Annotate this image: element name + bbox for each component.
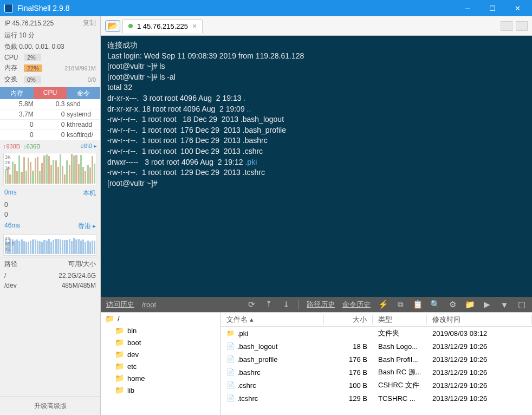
tree-node[interactable]: 📁boot	[101, 336, 220, 348]
current-path[interactable]: /root	[142, 301, 156, 309]
latency2-loc[interactable]: 香港 ▸	[78, 222, 96, 231]
process-tabs: 内存 CPU 命令	[0, 87, 100, 99]
upgrade-button[interactable]: 升级高级版	[0, 397, 100, 415]
fullscreen-icon[interactable]: ▢	[517, 300, 527, 309]
mem-percent: 22%	[24, 64, 42, 72]
file-row[interactable]: 📄.bash_profile176 BBash Profil...2013/12…	[221, 353, 532, 366]
ip-label: IP 45.76.215.225	[4, 20, 54, 27]
file-icon: 📄	[226, 381, 234, 389]
disk-header-path: 路径	[4, 260, 31, 269]
network-chart: 3K2K1K	[3, 153, 97, 185]
proc-tab-cpu[interactable]: CPU	[34, 87, 67, 99]
terminal[interactable]: 连接成功Last login: Wed Sep 11 09:08:39 2019…	[101, 36, 532, 297]
cpu-label: CPU	[4, 54, 21, 61]
file-row[interactable]: 📄.tcshrc129 BTCSHRC ...2013/12/29 10:26	[221, 392, 532, 405]
file-icon: 📄	[226, 394, 234, 402]
search-icon[interactable]: 🔍	[430, 300, 440, 309]
net-iface-selector[interactable]: eth0 ▸	[81, 142, 97, 150]
folder-icon: 📁	[105, 314, 114, 323]
disk-row: /22.2G/24.6G	[0, 271, 100, 281]
net-up: ↑938B	[3, 143, 20, 150]
col-type[interactable]: 类型	[373, 315, 427, 325]
open-folder-icon[interactable]: 📂	[105, 20, 120, 32]
col-modified[interactable]: 修改时间	[427, 315, 532, 325]
latency1-value: 0ms	[4, 189, 17, 198]
folder-icon: 📁	[115, 386, 124, 394]
copy-icon[interactable]: ⧉	[395, 300, 405, 309]
play-icon[interactable]: ▶	[482, 300, 492, 309]
down-icon[interactable]: ▼	[499, 300, 509, 309]
tree-node[interactable]: 📁lib	[101, 384, 220, 396]
process-row[interactable]: 3.7M0systemd	[0, 109, 100, 120]
file-row[interactable]: 📄.cshrc100 BCSHRC 文件2013/12/29 10:26	[221, 379, 532, 392]
mem-label: 内存	[4, 63, 21, 73]
app-title: FinalShell 2.9.8	[17, 4, 455, 12]
view-list-icon[interactable]	[516, 21, 528, 31]
tree-root[interactable]: 📁/	[101, 313, 220, 325]
cpu-percent: 2%	[24, 54, 41, 61]
swap-detail: 0/0	[88, 76, 96, 83]
bottom-toolbar: 访问历史 /root ⟳ ⤒ ⤓ 路径历史 命令历史 ⚡ ⧉ 📋 🔍 ⚙ 📁 ▶…	[101, 297, 532, 312]
disk-row: /dev485M/485M	[0, 281, 100, 290]
maximize-button[interactable]: ☐	[480, 0, 505, 16]
latency1-loc[interactable]: 本机	[83, 189, 96, 198]
bolt-icon[interactable]: ⚡	[378, 300, 388, 309]
title-bar: FinalShell 2.9.8 ─ ☐ ✕	[0, 0, 532, 16]
copy-ip-button[interactable]: 复制	[83, 18, 96, 28]
process-table: 5.8M0.3sshd3.7M0systemd00kthreadd00ksoft…	[0, 99, 100, 140]
session-tab[interactable]: 1 45.76.215.225 ×	[122, 19, 203, 33]
folder-icon: 📁	[115, 338, 124, 347]
tree-node[interactable]: 📁etc	[101, 360, 220, 372]
file-list-header: 文件名 ▴ 大小 类型 修改时间	[221, 313, 532, 327]
refresh-icon[interactable]: ⟳	[246, 300, 256, 309]
mem-detail: 218M/991M	[64, 65, 96, 72]
disk-header-size: 可用/大小	[31, 260, 96, 269]
folder-icon: 📁	[115, 374, 124, 382]
swap-label: 交换	[4, 75, 21, 84]
file-row[interactable]: 📄.bashrc176 BBash RC 源...2013/12/29 10:2…	[221, 366, 532, 379]
folder-icon: 📁	[115, 362, 124, 371]
proc-tab-cmd[interactable]: 命令	[67, 87, 100, 99]
folder-icon: 📁	[115, 350, 124, 359]
file-row[interactable]: 📁.pki文件夹2019/08/03 03:12	[221, 327, 532, 340]
app-logo-icon	[4, 4, 13, 12]
file-row[interactable]: 📄.bash_logout18 BBash Logo...2013/12/29 …	[221, 340, 532, 353]
proc-tab-mem[interactable]: 内存	[0, 87, 34, 99]
tree-node[interactable]: 📁bin	[101, 325, 220, 336]
file-icon: 📄	[226, 355, 234, 363]
folder-open-icon[interactable]: 📁	[465, 300, 475, 309]
load-text: 负载 0.00, 0.01, 0.03	[4, 42, 64, 51]
upload-icon[interactable]: ⤒	[264, 300, 274, 309]
directory-tree[interactable]: 📁/ 📁bin📁boot📁dev📁etc📁home📁lib	[101, 313, 221, 415]
folder-icon: 📁	[115, 326, 124, 335]
file-icon: 📄	[226, 368, 234, 376]
col-size[interactable]: 大小	[324, 315, 373, 325]
process-row[interactable]: 5.8M0.3sshd	[0, 99, 100, 109]
paste-icon[interactable]: 📋	[413, 300, 423, 309]
cmd-history-link[interactable]: 命令历史	[342, 300, 371, 309]
gear-icon[interactable]: ⚙	[447, 300, 457, 309]
view-grid-icon[interactable]	[501, 21, 512, 31]
uptime-text: 运行 10 分	[4, 31, 35, 40]
latency-chart: 4846.545	[3, 234, 97, 256]
col-name[interactable]: 文件名 ▴	[221, 315, 324, 325]
tree-node[interactable]: 📁home	[101, 372, 220, 384]
download-icon[interactable]: ⤓	[281, 300, 291, 309]
tab-close-icon[interactable]: ×	[192, 22, 197, 30]
swap-percent: 0%	[24, 76, 41, 83]
sort-asc-icon: ▴	[250, 315, 254, 323]
visit-history-link[interactable]: 访问历史	[106, 300, 134, 309]
close-button[interactable]: ✕	[505, 0, 530, 16]
minimize-button[interactable]: ─	[455, 0, 480, 16]
tab-label: 1 45.76.215.225	[137, 22, 188, 30]
sidebar: IP 45.76.215.225 复制 运行 10 分 负载 0.00, 0.0…	[0, 16, 101, 415]
tree-node[interactable]: 📁dev	[101, 348, 220, 360]
latency2-value: 46ms	[4, 222, 20, 231]
path-history-link[interactable]: 路径历史	[307, 300, 335, 309]
tab-bar: 📂 1 45.76.215.225 ×	[101, 16, 532, 36]
folder-icon: 📁	[226, 329, 234, 337]
process-row[interactable]: 00ksoftirqd/	[0, 130, 100, 140]
net-down: ↓636B	[23, 143, 40, 150]
file-panels: 📁/ 📁bin📁boot📁dev📁etc📁home📁lib 文件名 ▴ 大小 类…	[101, 312, 532, 415]
process-row[interactable]: 00kthreadd	[0, 120, 100, 130]
